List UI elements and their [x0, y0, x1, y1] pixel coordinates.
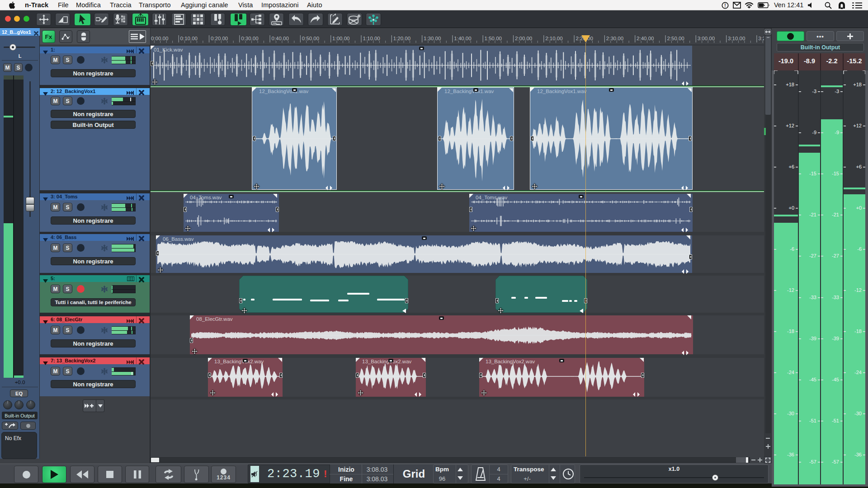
svg-text:1:50.00: 1:50.00 [485, 36, 502, 41]
svg-text:2:40.00: 2:40.00 [637, 36, 654, 41]
svg-text:+6: +6 [788, 164, 794, 169]
svg-text:-27: -27 [832, 253, 839, 258]
svg-text:-57: -57 [809, 459, 816, 465]
svg-text:-6: -6 [790, 246, 794, 252]
svg-text:-30: -30 [787, 411, 794, 416]
svg-text:1:00.00: 1:00.00 [332, 36, 349, 41]
svg-text:-9: -9 [812, 130, 816, 135]
svg-text:-33: -33 [809, 295, 816, 300]
svg-text:0:50.00: 0:50.00 [302, 36, 319, 41]
svg-text:+0: +0 [856, 205, 862, 211]
svg-text:-21: -21 [832, 212, 839, 217]
svg-text:-3: -3 [812, 89, 816, 94]
svg-text:-36: -36 [787, 452, 794, 457]
svg-text:-30: -30 [854, 411, 862, 416]
svg-text:0:10.00: 0:10.00 [180, 36, 198, 41]
svg-text:2:00.00: 2:00.00 [515, 36, 532, 41]
svg-text:1:30.00: 1:30.00 [424, 36, 441, 41]
svg-text:-9: -9 [835, 130, 839, 135]
svg-text:-39: -39 [809, 336, 816, 341]
svg-text:+6: +6 [856, 164, 862, 169]
svg-text:-51: -51 [809, 418, 816, 423]
svg-text:-18: -18 [854, 328, 862, 334]
svg-text:-15: -15 [832, 171, 839, 176]
svg-text:-57: -57 [832, 459, 839, 465]
svg-text:1:20.00: 1:20.00 [393, 36, 410, 41]
svg-text:+12: +12 [786, 123, 794, 128]
svg-text:-18: -18 [787, 328, 794, 334]
svg-text:3:20.00: 3:20.00 [758, 36, 764, 41]
svg-text:3:00.00: 3:00.00 [698, 36, 715, 41]
svg-text:0:30.00: 0:30.00 [241, 36, 258, 41]
svg-text:1:10.00: 1:10.00 [363, 36, 380, 41]
svg-text:-21: -21 [809, 212, 816, 217]
svg-text:-39: -39 [832, 336, 839, 341]
svg-text:-36: -36 [854, 452, 862, 457]
svg-text:0:40.00: 0:40.00 [272, 36, 289, 41]
svg-text:3:10.00: 3:10.00 [728, 36, 745, 41]
svg-text:+0: +0 [788, 205, 794, 211]
svg-text:-12: -12 [787, 287, 794, 293]
svg-text:-27: -27 [809, 253, 816, 258]
svg-text:2:30.00: 2:30.00 [606, 36, 623, 41]
svg-text:0:20.00: 0:20.00 [211, 36, 228, 41]
svg-text:-6: -6 [857, 246, 862, 252]
svg-text:-15: -15 [809, 171, 816, 176]
svg-text:-24: -24 [787, 370, 794, 375]
svg-text:-24: -24 [854, 370, 862, 375]
svg-text:!: ! [724, 3, 726, 8]
svg-text:2:10.00: 2:10.00 [545, 36, 562, 41]
svg-text:-33: -33 [832, 295, 839, 300]
svg-text:-12: -12 [854, 287, 862, 293]
svg-text:+18: +18 [853, 82, 862, 87]
svg-text:0:00.00: 0:00.00 [151, 36, 168, 41]
svg-text:-3: -3 [835, 89, 839, 94]
svg-text:+12: +12 [853, 123, 862, 128]
svg-text:-51: -51 [832, 418, 839, 423]
svg-text:+18: +18 [786, 82, 794, 87]
svg-text:-45: -45 [809, 377, 816, 382]
svg-text:-45: -45 [832, 377, 839, 382]
svg-text:1:40.00: 1:40.00 [454, 36, 471, 41]
svg-text:2:50.00: 2:50.00 [667, 36, 684, 41]
